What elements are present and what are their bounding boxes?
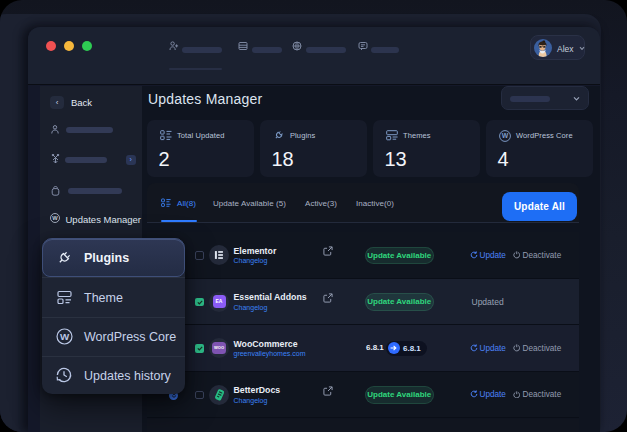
svg-text:W: W [52,215,58,221]
svg-text:W: W [502,132,509,139]
svg-text:W: W [60,331,70,342]
